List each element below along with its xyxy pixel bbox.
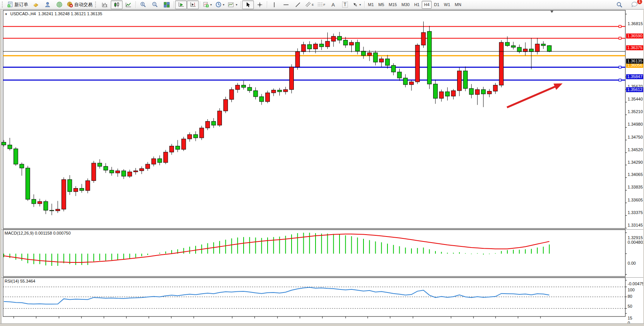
candle-body [164,152,168,162]
rsi-pane-border [3,278,625,316]
candle-body [74,188,78,192]
tile-windows-button[interactable] [161,0,172,9]
timeframe-button-M5[interactable]: M5 [376,1,386,9]
macd-value-main: 0.001158 [35,231,52,235]
cursor-button[interactable] [242,0,254,9]
toolbar-separator [241,1,241,8]
crosshair-button[interactable] [254,0,266,9]
candle-body [457,71,462,91]
price-chart-canvas[interactable] [0,10,644,326]
toolbar: 新订单 自动交易 [0,0,644,10]
candle-body [403,78,408,85]
candle-body [134,171,138,172]
window-edge-left [0,10,2,326]
window-edge-bottom [0,323,644,326]
candle-body [260,97,264,102]
timeframe-button-W1[interactable]: W1 [442,1,453,9]
price-line-label-1.35612: 1.35612 [626,87,644,92]
auto-scroll-button[interactable] [175,0,187,9]
candle-body [212,121,216,125]
ohlc-open: 1.36241 [38,11,53,16]
candle-body [116,171,120,173]
fibonacci-tool[interactable]: F [316,0,327,9]
macd-pane-label: MACD(12,26,9) 0.001158 0.000750 [5,231,71,235]
candle-body [295,52,300,67]
candle-body [56,209,60,211]
trend-arrow-shaft[interactable] [507,85,559,107]
timeframe-button-M15[interactable]: M15 [386,1,399,9]
price-line-label-1.36590: 1.36590 [626,34,644,38]
symbol-ohlc-header: ▼ USDCAD-,H4 1.36241 1.36248 1.36121 1.3… [5,11,102,16]
timeframe-button-MN[interactable]: MN [453,1,464,9]
timeframe-button-M1[interactable]: M1 [366,1,376,9]
zoom-in-icon [140,2,146,8]
new-order-button[interactable]: 新订单 [6,0,30,9]
timeframe-button-M30[interactable]: M30 [399,1,412,9]
candle-body [104,166,108,170]
timeframe-button-H4[interactable]: H4 [422,1,432,9]
macd-name: MACD(12,26,9) [5,231,33,235]
line-chart-button[interactable] [123,0,134,9]
candle-body [517,47,521,52]
templates-button[interactable]: ▼ [226,0,239,9]
trend-arrow-head[interactable] [553,83,563,90]
fibonacci-icon [317,2,324,7]
collapse-triangle-icon[interactable]: ▼ [5,13,8,16]
candle-body [158,159,162,163]
bar-chart-button[interactable] [99,0,111,9]
candle-body [86,181,90,190]
rsi-axis-label: 15 [628,316,632,320]
horizontal-line-tool[interactable] [280,0,292,9]
macd-pane-border [3,230,625,276]
data-window-button[interactable] [41,0,53,9]
toolbar-grip[interactable] [95,2,98,8]
current-price-label: 1.36135 [626,59,644,64]
candle-body [271,90,276,93]
text-tool[interactable]: A [327,0,339,9]
candle-body [367,53,371,56]
zoom-in-button[interactable] [137,0,149,9]
trendline-tool[interactable] [292,0,304,9]
candle-body [206,121,210,128]
notifications-button[interactable]: 1 [628,0,640,9]
toolbar-grip[interactable] [2,2,5,8]
timeframe-button-H1[interactable]: H1 [412,1,422,9]
search-button[interactable] [614,0,625,9]
timeframe-button-D1[interactable]: D1 [432,1,442,9]
zoom-out-icon [152,2,158,8]
candle-body [175,146,180,150]
arrows-tool[interactable]: ▼ [351,0,363,9]
market-watch-button[interactable] [30,0,41,9]
autotrading-button[interactable]: 自动交易 [65,0,94,9]
chart-window[interactable]: ▼ USDCAD-,H4 1.36241 1.36248 1.36121 1.3… [0,10,644,326]
macd-value-signal: 0.000750 [53,231,71,235]
price-axis-label-1.36815: 1.36815 [628,21,643,26]
candlestick-chart-icon [114,2,120,8]
text-tool-icon: A [332,2,335,8]
candle-body [469,88,473,94]
candle-body [475,89,480,94]
candle-body [199,128,204,138]
periods-button[interactable]: ▼ [214,0,226,9]
price-axis-label-1.34980: 1.34980 [628,122,643,126]
clock-icon [215,2,222,8]
vertical-line-tool[interactable] [268,0,280,9]
candle-body [343,40,348,45]
candlestick-chart-button[interactable] [111,0,123,9]
chart-shift-button[interactable] [187,0,199,9]
candle-body [301,45,306,52]
candle-body [391,66,395,72]
price-axis-label-1.34290: 1.34290 [628,160,643,165]
candle-body [223,99,228,111]
channel-tool[interactable]: E [304,0,316,9]
zoom-out-button[interactable] [149,0,161,9]
candle-body [151,159,156,164]
candle-body [373,53,378,62]
price-axis-label-1.33605: 1.33605 [628,198,643,202]
line-chart-icon [126,2,131,8]
indicators-button[interactable]: ▼ [201,0,214,9]
text-label-tool[interactable]: T [339,0,351,9]
webphone-button[interactable] [53,0,65,9]
channel-letter: E [312,3,314,6]
line-drag-marker [619,66,621,68]
